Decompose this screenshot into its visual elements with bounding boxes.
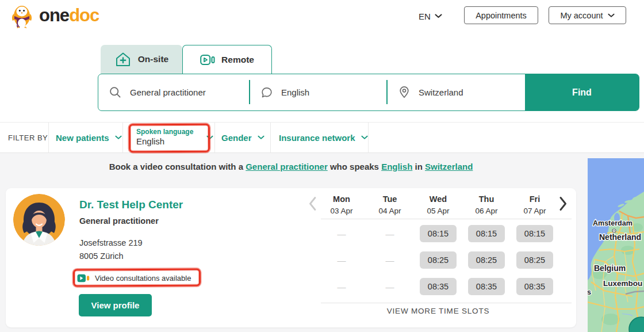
spoken-language-stack: Spoken language English — [136, 128, 193, 147]
map-canvas: Amsterdam Netherland Belgium Luxembou s — [588, 158, 644, 332]
empty-slot: — — [338, 229, 346, 239]
language-code: EN — [419, 12, 431, 21]
banner-text: in — [412, 162, 425, 171]
time-slot-button[interactable]: 08:25 — [516, 251, 553, 269]
gender-label: Gender — [221, 133, 252, 143]
location-pin-icon — [398, 86, 410, 98]
doctor-card: Dr. Test Help Center General practitione… — [6, 188, 576, 327]
language-field[interactable]: English — [250, 74, 388, 110]
chevron-down-icon — [608, 13, 615, 18]
map-label-netherlands: Netherland — [599, 232, 641, 242]
day-header: Tue 04 Apr — [366, 193, 414, 217]
location-field[interactable]: Switzerland — [388, 74, 525, 110]
chevron-down-icon — [435, 14, 442, 18]
doctor-address-line2: 8005 Zürich — [79, 251, 124, 261]
view-profile-button[interactable]: View profile — [79, 294, 152, 316]
empty-slot: — — [386, 229, 394, 239]
tab-onsite-label: On-site — [138, 54, 168, 64]
filter-by-label: FILTER BY — [8, 123, 48, 152]
search-icon — [109, 86, 121, 98]
calendar-day-headers: Mon 03 Apr Tue 04 Apr Wed 05 Apr Thu 06 … — [317, 193, 559, 217]
location-value: Switzerland — [419, 87, 463, 97]
specialty-field[interactable]: General practitioner — [98, 74, 250, 110]
time-slot-button[interactable]: 08:15 — [516, 225, 553, 242]
banner-text: Book a video consultation with a — [109, 162, 246, 171]
search-bar: General practitioner English Switzerland… — [98, 74, 639, 111]
doctor-avatar[interactable] — [13, 194, 65, 246]
appointments-label: Appointments — [476, 11, 527, 20]
doctor-name-link[interactable]: Dr. Test Help Center — [79, 199, 183, 211]
map-label-amsterdam: Amsterdam — [593, 219, 632, 227]
video-camera-icon — [200, 54, 215, 66]
video-available-icon — [77, 274, 90, 283]
filter-spoken-language[interactable]: Spoken language English — [136, 123, 213, 152]
day-header: Thu 06 Apr — [462, 193, 511, 217]
specialty-value: General practitioner — [130, 87, 206, 97]
doctor-address-line1: Josefstrasse 219 — [79, 238, 143, 247]
my-account-button[interactable]: My account — [549, 6, 626, 24]
chevron-down-icon — [206, 135, 213, 140]
filter-divider — [48, 123, 49, 152]
time-slot-button[interactable]: 08:15 — [468, 225, 505, 242]
time-slot-button[interactable]: 08:25 — [468, 251, 505, 269]
spoken-language-value: English — [136, 136, 193, 147]
penguin-mascot-icon — [9, 2, 34, 29]
empty-slot: — — [386, 282, 394, 292]
insurance-network-label: Insurance network — [279, 133, 355, 143]
map-label-luxembourg: Luxembou — [603, 279, 642, 288]
find-label: Find — [572, 87, 592, 98]
time-slot-button[interactable]: 08:25 — [420, 251, 457, 269]
map[interactable]: Amsterdam Netherland Belgium Luxembou s — [588, 158, 644, 332]
empty-slot: — — [338, 255, 346, 265]
time-slot-button[interactable]: 08:35 — [516, 278, 553, 295]
onedoc-search-page: onedoc EN Appointments My account On-sit… — [0, 0, 644, 332]
calendar-separator — [321, 219, 572, 219]
calendar-separator — [321, 303, 572, 303]
banner-language-link[interactable]: English — [381, 162, 412, 171]
filter-divider — [214, 123, 215, 152]
language-selector[interactable]: EN — [419, 9, 442, 23]
map-label-belgium: Belgium — [594, 264, 626, 273]
view-profile-label: View profile — [91, 300, 140, 310]
new-patients-label: New patients — [56, 133, 109, 143]
banner-text: who speaks — [328, 162, 381, 171]
speech-bubble-icon — [261, 87, 273, 98]
empty-slot: — — [386, 255, 394, 265]
doctor-avatar-illustration — [13, 194, 65, 246]
filter-divider — [270, 123, 271, 152]
tab-remote[interactable]: Remote — [182, 45, 272, 74]
banner-location-link[interactable]: Switzerland — [425, 162, 473, 171]
chevron-down-icon — [258, 135, 264, 140]
tab-remote-label: Remote — [221, 55, 254, 65]
view-more-time-slots-link[interactable]: VIEW MORE TIME SLOTS — [317, 307, 559, 315]
find-button[interactable]: Find — [525, 74, 639, 110]
filter-bar: FILTER BY New patients Spoken language E… — [0, 122, 644, 153]
day-header: Mon 03 Apr — [317, 193, 366, 217]
filter-new-patients[interactable]: New patients — [56, 123, 122, 152]
result-banner: Book a video consultation with a General… — [0, 162, 582, 171]
chevron-down-icon — [361, 135, 368, 140]
banner-specialty-link[interactable]: General practitioner — [246, 162, 328, 171]
onedoc-logo[interactable]: onedoc — [9, 2, 99, 29]
my-account-label: My account — [560, 11, 603, 20]
video-badge-label: Video consultations available — [95, 274, 191, 283]
tab-onsite[interactable]: On-site — [101, 45, 182, 74]
filter-gender[interactable]: Gender — [221, 123, 264, 152]
logo-wordmark: onedoc — [39, 5, 99, 26]
chevron-left-icon — [308, 196, 317, 211]
appointments-button[interactable]: Appointments — [464, 6, 538, 24]
time-slot-button[interactable]: 08:15 — [420, 225, 457, 242]
time-slot-button[interactable]: 08:35 — [468, 278, 505, 295]
day-header: Fri 07 Apr — [511, 193, 559, 217]
calendar-prev-button[interactable] — [306, 196, 319, 212]
time-slot-button[interactable]: 08:35 — [420, 278, 457, 295]
time-slot-grid: — — 08:15 08:15 08:15 — — 08:25 08:25 08… — [317, 220, 559, 300]
map-label-partial: s — [588, 288, 591, 296]
language-value: English — [281, 87, 309, 97]
filter-insurance-network[interactable]: Insurance network — [279, 123, 368, 152]
chevron-down-icon — [115, 135, 122, 140]
video-consultations-badge: Video consultations available — [77, 272, 191, 285]
filter-divider — [122, 123, 123, 152]
spoken-language-label: Spoken language — [136, 128, 193, 136]
chevron-right-icon — [559, 196, 568, 211]
